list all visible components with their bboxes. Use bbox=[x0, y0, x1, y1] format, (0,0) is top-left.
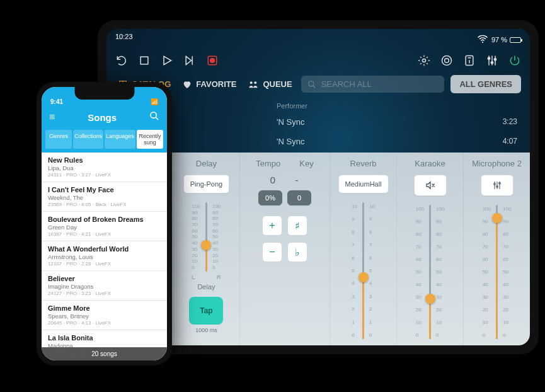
svg-point-17 bbox=[151, 112, 156, 118]
power-icon[interactable] bbox=[508, 54, 521, 69]
mic2-settings-button[interactable] bbox=[481, 175, 513, 196]
list-item[interactable]: Gimme MoreSpears, Britney20645 · PRO · 4… bbox=[42, 301, 167, 330]
reverb-mode-button[interactable]: MediumHall bbox=[338, 175, 389, 193]
phone-header: ≡ Songs bbox=[42, 107, 167, 130]
svg-point-5 bbox=[442, 56, 452, 66]
menu-icon[interactable]: ≡ bbox=[49, 112, 55, 123]
search-input[interactable]: SEARCH ALL bbox=[301, 76, 445, 93]
tempo-down-button[interactable]: − bbox=[262, 242, 282, 262]
remote-icon[interactable] bbox=[463, 54, 476, 69]
delay-sublabel: Delay bbox=[197, 283, 215, 291]
phone-time: 9:41 bbox=[50, 98, 63, 105]
list-item[interactable]: BelieverImagine Dragons24127 · PRO · 3:2… bbox=[42, 271, 167, 301]
record-button[interactable] bbox=[206, 54, 219, 69]
tab-languages[interactable]: Languages bbox=[105, 130, 135, 149]
tab-favorite-label: FAVORITE bbox=[196, 79, 236, 89]
key-display: - bbox=[287, 175, 306, 185]
mixer-mic2: Microphone 2 1009080706050403020100 1009… bbox=[464, 153, 530, 345]
settings-icon[interactable] bbox=[418, 54, 430, 69]
tab-genres[interactable]: Genres bbox=[45, 130, 72, 149]
tab-favorite[interactable]: FAVORITE bbox=[180, 76, 239, 93]
list-item[interactable]: What A Wonderful WorldArmstrong, Louis12… bbox=[42, 241, 167, 271]
status-right: 97 % bbox=[476, 33, 521, 47]
mixer-key-label: Key bbox=[299, 159, 313, 168]
song-performer: 'N Sync bbox=[277, 117, 486, 127]
svg-point-10 bbox=[494, 59, 496, 61]
svg-point-0 bbox=[482, 42, 483, 43]
genres-button[interactable]: ALL GENRES bbox=[450, 75, 521, 93]
next-button[interactable] bbox=[183, 54, 196, 69]
karaoke-mute-button[interactable] bbox=[414, 175, 447, 196]
reverb-slider[interactable]: 109876543210 109876543210 bbox=[334, 202, 393, 339]
stop-button[interactable] bbox=[138, 54, 151, 69]
key-reset-button[interactable]: 0 bbox=[287, 190, 311, 205]
svg-point-8 bbox=[488, 57, 490, 59]
tap-ms: 1000 ms bbox=[195, 327, 217, 333]
cast-icon[interactable] bbox=[440, 54, 453, 69]
phone-footer: 20 songs bbox=[42, 347, 167, 360]
status-bar: 10:23 97 % bbox=[106, 29, 530, 50]
phone-screen: 9:41 📶 ≡ Songs Genres Collections Langua… bbox=[42, 87, 167, 360]
mixer-tempo-label: Tempo bbox=[256, 159, 280, 168]
key-flat-button[interactable]: ♭ bbox=[287, 242, 307, 262]
song-performer: 'N Sync bbox=[277, 137, 486, 146]
play-button[interactable] bbox=[161, 54, 173, 69]
battery-pct: 97 % bbox=[491, 36, 507, 43]
search-placeholder: SEARCH ALL bbox=[321, 79, 372, 89]
mixer-reverb-label: Reverb bbox=[350, 159, 377, 168]
list-item[interactable]: Boulevard of Broken DreamsGreen Day16387… bbox=[42, 212, 167, 241]
list-item[interactable]: New RulesLipa, Dua24311 · PRO · 3:27 · L… bbox=[42, 153, 167, 182]
mixer-delay-label: Delay bbox=[196, 159, 217, 168]
tap-button[interactable]: Tap bbox=[189, 297, 223, 325]
svg-rect-1 bbox=[141, 57, 148, 64]
mixer-karaoke: Karaoke 1009080706050403020100 100908070… bbox=[397, 153, 464, 345]
tab-queue-label: QUEUE bbox=[263, 79, 292, 89]
karaoke-slider[interactable]: 1009080706050403020100 10090807060504030… bbox=[401, 205, 459, 339]
svg-point-11 bbox=[250, 81, 253, 84]
phone-tabs: Genres Collections Languages Recently su… bbox=[42, 130, 167, 153]
svg-point-4 bbox=[423, 59, 426, 62]
phone-song-list[interactable]: New RulesLipa, Dua24311 · PRO · 3:27 · L… bbox=[42, 153, 167, 360]
mixer-mic2-label: Microphone 2 bbox=[472, 159, 522, 168]
phone-signal-icon: 📶 bbox=[151, 98, 158, 105]
tab-collections[interactable]: Collections bbox=[73, 130, 103, 149]
search-icon[interactable] bbox=[149, 111, 159, 124]
mic2-slider[interactable]: 1009080706050403020100 10090807060504030… bbox=[468, 205, 526, 339]
wifi-icon bbox=[476, 33, 489, 47]
song-duration: 3:23 bbox=[486, 117, 517, 127]
tab-recently-sung[interactable]: Recently sung bbox=[137, 130, 163, 149]
svg-point-12 bbox=[255, 81, 257, 84]
delay-slider[interactable]: 1009080706050403020100 10090807060504030… bbox=[177, 202, 236, 272]
tempo-display: 0 bbox=[263, 175, 282, 185]
col-performer: Performer bbox=[277, 102, 486, 110]
svg-point-6 bbox=[445, 59, 449, 63]
svg-point-3 bbox=[210, 59, 215, 63]
mixer-tempo-key: Tempo Key 0 - 0% 0 + ♯ − ♭ bbox=[240, 153, 330, 345]
list-item[interactable]: I Can't Feel My FaceWeeknd, The23569 · P… bbox=[42, 182, 167, 212]
phone-title: Songs bbox=[88, 112, 117, 123]
svg-point-9 bbox=[491, 62, 493, 64]
restart-button[interactable] bbox=[115, 54, 128, 69]
tempo-reset-button[interactable]: 0% bbox=[258, 190, 282, 205]
song-duration: 4:07 bbox=[486, 137, 517, 146]
battery-icon bbox=[510, 37, 521, 43]
mixer-icon[interactable] bbox=[486, 54, 498, 69]
playback-toolbar bbox=[106, 50, 530, 75]
mixer-reverb: Reverb MediumHall 109876543210 109876543… bbox=[330, 153, 397, 345]
phone-notch bbox=[74, 87, 134, 100]
phone-device: 9:41 📶 ≡ Songs Genres Collections Langua… bbox=[37, 82, 172, 366]
tempo-up-button[interactable]: + bbox=[262, 216, 282, 236]
key-sharp-button[interactable]: ♯ bbox=[287, 216, 307, 236]
delay-mode-button[interactable]: Ping-Pong bbox=[183, 175, 229, 193]
mixer-karaoke-label: Karaoke bbox=[415, 159, 445, 168]
svg-point-13 bbox=[308, 81, 313, 86]
tab-queue[interactable]: QUEUE bbox=[245, 76, 294, 93]
status-time: 10:23 bbox=[115, 33, 133, 47]
mixer-delay: Delay Ping-Pong 1009080706050403020100 1… bbox=[173, 153, 240, 345]
